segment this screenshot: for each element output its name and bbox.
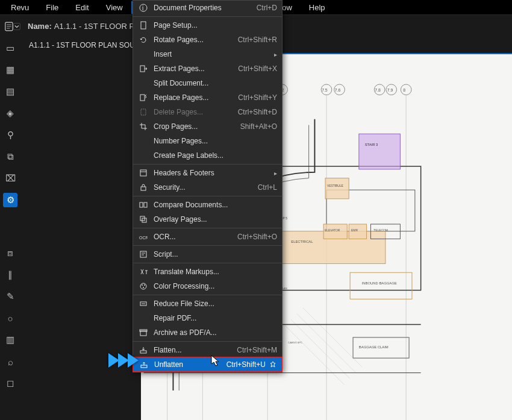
menu-label: Flatten...	[150, 346, 237, 354]
menu-label: Split Document...	[150, 79, 277, 87]
svg-text:ELEVATOR: ELEVATOR	[325, 229, 340, 232]
menu-item-replace-pages[interactable]: Replace Pages...Ctrl+Shift+Y	[133, 90, 282, 105]
toolbox-icon[interactable]: ⌧	[3, 171, 17, 186]
svg-text:BAGGAGE CLAIM: BAGGAGE CLAIM	[359, 345, 389, 349]
menu-item-flatten[interactable]: Flatten...Ctrl+Shift+M	[133, 343, 282, 357]
menu-item-translate-markups[interactable]: Translate Markups...	[133, 265, 282, 279]
menu-item-number-pages[interactable]: Number Pages...	[133, 134, 282, 148]
menu-item-unflatten[interactable]: UnflattenCtrl+Shift+U	[133, 357, 283, 372]
menu-item-ocr[interactable]: OCROCR...Ctrl+Shift+O	[133, 230, 282, 244]
measure-icon[interactable]: ∥	[3, 268, 17, 282]
menu-item-compare-documents[interactable]: Compare Documents...	[133, 198, 282, 212]
menu-label: Extract Pages...	[150, 64, 238, 73]
menu-item-repair-pdf[interactable]: Repair PDF...	[133, 311, 282, 325]
svg-text:TELECOM: TELECOM	[373, 229, 388, 232]
svg-rect-66	[140, 66, 145, 72]
menu-item-overlay-pages[interactable]: Overlay Pages...	[133, 212, 282, 227]
menu-shortcut: Ctrl+Shift+R	[238, 36, 277, 44]
grid-icon[interactable]: ▦	[3, 63, 17, 77]
page-icon	[137, 21, 150, 30]
menu-item-script[interactable]: Script...	[133, 247, 282, 262]
svg-rect-72	[140, 202, 143, 207]
svg-text:7.6: 7.6	[335, 88, 341, 92]
layers-icon[interactable]: ◈	[3, 106, 17, 121]
svg-rect-65	[141, 22, 146, 29]
svg-text:i: i	[142, 5, 143, 11]
menu-item-page-setup[interactable]: Page Setup...	[133, 18, 282, 33]
menu-item-extract-pages[interactable]: Extract Pages...Ctrl+Shift+X	[133, 61, 282, 76]
pin-location-icon[interactable]: ⚲	[3, 128, 17, 142]
menubar-edit[interactable]: Edit	[67, 1, 97, 14]
menu-item-reduce-file-size[interactable]: Reduce File Size...	[133, 296, 282, 311]
menubar-view[interactable]: View	[98, 1, 131, 14]
menu-label: Overlay Pages...	[150, 215, 277, 224]
menu-item-document-properties[interactable]: iDocument PropertiesCtrl+D	[133, 1, 282, 15]
menu-label: Insert	[150, 50, 274, 58]
submenu-arrow-icon: ▸	[274, 51, 277, 58]
header-icon	[137, 169, 150, 177]
submenu-arrow-icon: ▸	[274, 170, 277, 177]
menu-label: Document Properties	[150, 4, 257, 12]
menu-item-color-processing[interactable]: Color Processing...	[133, 279, 282, 293]
script-icon	[137, 250, 150, 259]
left-tool-rail: ▭▦▤◈⚲⧉⌧⚙⧈∥✎○▥⌕◻	[0, 37, 20, 420]
shape-icon[interactable]: ◻	[3, 376, 17, 390]
overlay-icon	[137, 215, 150, 224]
svg-rect-77	[140, 251, 146, 257]
menu-shortcut: Ctrl+Shift+U	[226, 360, 266, 369]
crop-icon	[137, 122, 150, 131]
menu-item-headers-footers[interactable]: Headers & Footers▸	[133, 166, 282, 180]
gear-settings-icon[interactable]: ⚙	[3, 193, 17, 207]
menu-item-split-document[interactable]: Split Document...	[133, 76, 282, 90]
menu-shortcut: Ctrl+L	[258, 183, 277, 192]
viewport-icon[interactable]: ⧈	[3, 246, 17, 260]
archive-icon	[137, 328, 150, 337]
menu-label: Page Setup...	[150, 21, 277, 30]
document-icon[interactable]: ▤	[3, 84, 17, 99]
document-menu: iDocument PropertiesCtrl+DPage Setup...R…	[133, 0, 283, 372]
menu-item-rotate-pages[interactable]: Rotate Pages...Ctrl+Shift+R	[133, 33, 282, 47]
menu-item-crop-pages[interactable]: Crop Pages...Shift+Alt+O	[133, 119, 282, 134]
svg-text:7.8: 7.8	[375, 88, 381, 92]
form-icon[interactable]: ⧉	[3, 149, 17, 164]
scale-icon[interactable]: ▥	[3, 333, 17, 347]
document-drop-icon[interactable]	[5, 19, 20, 34]
menu-label: Translate Markups...	[150, 268, 277, 276]
menu-shortcut: Ctrl+Shift+O	[237, 233, 277, 241]
svg-text:8: 8	[403, 88, 405, 92]
menu-label: Crop Pages...	[150, 122, 240, 131]
info-icon: i	[137, 4, 150, 12]
menubar-revu[interactable]: Revu	[2, 1, 37, 14]
svg-rect-68	[141, 109, 146, 115]
menu-item-security[interactable]: Security...Ctrl+L	[133, 180, 282, 195]
svg-text:INBOUND BAGGAGE: INBOUND BAGGAGE	[362, 281, 397, 285]
lock-icon	[137, 183, 150, 192]
menu-label: Repair PDF...	[150, 314, 277, 322]
delete-icon	[137, 108, 150, 116]
search-icon[interactable]: ⌕	[3, 354, 17, 369]
menubar-file[interactable]: File	[37, 1, 67, 14]
menu-shortcut: Ctrl+Shift+D	[238, 108, 277, 116]
menu-shortcut: Ctrl+Shift+M	[237, 346, 277, 354]
draw-icon[interactable]: ✎	[3, 289, 17, 304]
menu-item-create-page-labels[interactable]: Create Page Labels...	[133, 148, 282, 163]
menu-shortcut: Ctrl+Shift+Y	[238, 93, 277, 102]
ocr-icon: OCR	[137, 233, 150, 241]
menu-label: Create Page Labels...	[150, 151, 277, 160]
panel-icon[interactable]: ▭	[3, 41, 17, 55]
menu-label: Color Processing...	[150, 282, 277, 290]
menu-label: Number Pages...	[150, 137, 277, 145]
menu-label: Headers & Footers	[150, 169, 274, 177]
menu-label: Reduce File Size...	[150, 299, 277, 308]
menubar-help[interactable]: Help	[301, 1, 334, 14]
svg-text:EMR: EMR	[351, 229, 358, 232]
replace-icon	[137, 93, 150, 102]
rotate-icon	[137, 36, 150, 44]
pin-icon[interactable]	[269, 361, 276, 368]
text-tool-icon[interactable]: ○	[3, 311, 17, 325]
menu-item-archive-as-pdf-a[interactable]: Archive as PDF/A...	[133, 325, 282, 340]
svg-text:7.5: 7.5	[322, 88, 328, 92]
menu-item-insert[interactable]: Insert▸	[133, 47, 282, 61]
menu-label: Delete Pages...	[150, 108, 238, 116]
svg-point-80	[144, 284, 145, 286]
